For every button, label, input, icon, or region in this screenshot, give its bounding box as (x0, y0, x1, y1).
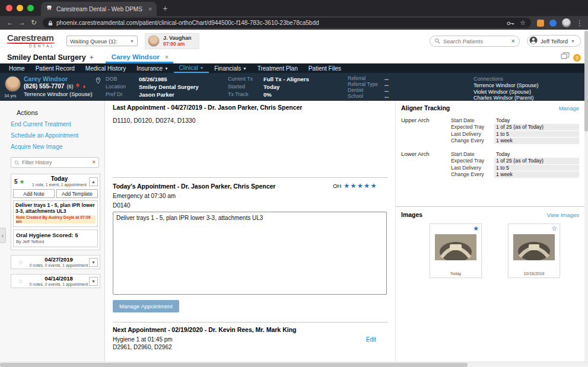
screen: Carestream Dental - Web DPMS × + ← → ↻ p… (0, 0, 588, 367)
connection-item[interactable]: Terrence Windsor (Spouse) (473, 82, 583, 89)
nav-patient-record[interactable]: Patient Record (30, 63, 80, 73)
bell-icon[interactable] (75, 83, 80, 91)
patient-demographics: DOB Location Pref Dr. 08/26/1985 Smiley … (106, 75, 228, 98)
history-row-2019[interactable]: ☆ 04/27/2019 0 notes, 0 events, 1 appoin… (11, 255, 100, 269)
dentist-value: ... (384, 87, 389, 93)
aligner-row-value: 1 of 25 (as of Today) (494, 158, 579, 164)
alert-count: (6) (66, 84, 73, 90)
bookmark-star-icon[interactable]: ☆ (520, 20, 526, 26)
user-menu[interactable]: Jeff Telford ▼ (527, 35, 581, 47)
practice-row: Smiley Dental Surgery + Carey Windsor × … (0, 52, 588, 63)
end-current-treatment-link[interactable]: End Current Treatment (11, 121, 104, 127)
browser-menu-icon[interactable]: ⋮ (576, 19, 583, 27)
favorite-star-icon[interactable]: ☆ (551, 225, 557, 232)
actions-heading: Actions (17, 109, 104, 116)
queue-patient-chip[interactable]: J. Vaughan 07:00 am (145, 33, 199, 49)
back-icon[interactable]: ← (5, 16, 15, 30)
cascade-windows-icon[interactable] (561, 51, 570, 62)
manage-appointment-button[interactable]: Manage Appointment (113, 300, 179, 312)
nav-patient-files[interactable]: Patient Files (303, 63, 347, 73)
add-note-button[interactable]: Add Note (13, 189, 55, 198)
favorite-star-icon[interactable]: ☆ (13, 278, 28, 285)
browser-profile-avatar[interactable] (562, 18, 571, 27)
address-bar[interactable]: phoenix.carestreamdental.com/patient/cli… (43, 18, 531, 28)
view-images-link[interactable]: View Images (547, 212, 579, 218)
connection-item[interactable]: Charles Windsor (Parent) (473, 95, 583, 101)
help-icon[interactable]: ? (573, 54, 581, 62)
patient-age: 34 yrs (4, 93, 16, 98)
aligner-row-value: Today (494, 151, 579, 158)
nav-treatment-plan[interactable]: Treatment Plan (252, 63, 303, 73)
forward-icon[interactable]: → (17, 16, 27, 30)
add-template-button[interactable]: Add Template (56, 189, 98, 198)
clear-filter-icon[interactable]: × (92, 159, 96, 165)
acquire-new-image-link[interactable]: Acquire New Image (11, 143, 104, 150)
browser-tab-bar: Carestream Dental - Web DPMS × + (0, 0, 588, 16)
tab-close-icon[interactable]: × (148, 5, 152, 12)
user-name: Jeff Telford (541, 38, 568, 44)
referral-type-label: Referral Type (348, 81, 384, 87)
image-thumbnail-card[interactable]: ☆ 10/16/2019 (508, 224, 560, 278)
nav-home[interactable]: Home (4, 63, 30, 73)
event-card[interactable]: Oral Hygiene Scored: 5 By Jeff Telford (13, 229, 98, 247)
favorite-star-icon[interactable]: ★ (473, 225, 479, 232)
collapse-sidebar-handle[interactable]: ‹ (0, 228, 6, 243)
nav-medical-history[interactable]: Medical History (80, 63, 131, 73)
location-pin-icon[interactable] (96, 76, 101, 87)
xray-thumbnail (513, 234, 555, 260)
collapse-group-button[interactable]: ▲ (89, 177, 98, 186)
filter-history-box[interactable]: × (11, 157, 99, 168)
favorite-star-icon[interactable]: ☆ (13, 259, 28, 266)
horizontal-scrollbar[interactable] (0, 362, 588, 367)
minimize-window-button[interactable] (17, 5, 23, 11)
location-value: Smiley Dental Surgery (139, 83, 199, 91)
patient-tab-carey-windsor[interactable]: Carey Windsor × (106, 53, 174, 63)
patient-identity: 34 yrs Carey Windsor (826) 555-7707 (6) … (4, 75, 106, 98)
note-card[interactable]: Deliver trays 1 - 5, plan IPR lower 3-3,… (13, 200, 98, 227)
tx-track-label: Tx Track (228, 91, 263, 98)
clear-search-icon[interactable]: × (511, 38, 515, 44)
browser-tab[interactable]: Carestream Dental - Web DPMS × (41, 2, 157, 16)
expand-group-button[interactable]: ▼ (89, 277, 98, 286)
close-window-button[interactable] (6, 5, 12, 11)
waiting-queue-select[interactable]: Waiting Queue (1): ▼ (66, 36, 138, 46)
edit-next-appointment-link[interactable]: Edit (366, 336, 376, 343)
history-date: 04/27/2019 (28, 257, 89, 263)
password-key-icon[interactable] (507, 18, 514, 28)
browser-url-bar: ← → ↻ phoenix.carestreamdental.com/patie… (0, 16, 588, 30)
connection-item[interactable]: Violet Windsor (Spouse) (473, 89, 583, 95)
filter-history-input[interactable] (22, 159, 90, 165)
appointment-note-textarea[interactable]: Deliver trays 1 - 5, plan IPR lower 3-3,… (113, 212, 387, 295)
extension-icon-blue[interactable] (549, 20, 557, 27)
extension-icon-orange[interactable] (537, 20, 544, 27)
reload-icon[interactable]: ↻ (28, 16, 39, 30)
search-patients-input[interactable] (443, 38, 508, 44)
images-title: Images (401, 211, 422, 218)
add-tab-button[interactable]: + (90, 53, 94, 63)
history-row-2018[interactable]: ☆ 04/14/2018 0 notes, 0 events, 1 appoin… (11, 274, 100, 288)
vertical-scrollbar[interactable] (584, 30, 588, 367)
image-thumbnail-card[interactable]: ★ Today (430, 224, 482, 278)
oh-rating-stars[interactable]: ★★★★★ (344, 182, 377, 190)
zoom-window-button[interactable] (27, 5, 34, 11)
patient-name[interactable]: Carey Windsor (24, 75, 106, 83)
expand-group-button[interactable]: ▼ (89, 258, 98, 267)
nav-financials[interactable]: Financials▼ (209, 63, 252, 73)
manage-aligner-link[interactable]: Manage (559, 105, 579, 111)
nav-insurance[interactable]: Insurance▼ (131, 63, 173, 73)
new-tab-button[interactable]: + (163, 4, 167, 13)
aligner-row-value: 1 to 5 (494, 165, 579, 171)
dob-label: DOB (106, 75, 139, 83)
close-patient-tab-icon[interactable]: × (165, 53, 169, 60)
history-group-header[interactable]: 5 ★ Today 1 note, 1 event, 1 appointment… (11, 174, 100, 189)
search-patients-box[interactable]: × (430, 36, 520, 47)
image-caption: 10/16/2019 (508, 272, 560, 276)
chevron-down-icon: ▼ (200, 66, 204, 70)
horizontal-scrollbar-thumb[interactable] (0, 363, 468, 367)
nav-clinical[interactable]: Clinical▼ (174, 63, 209, 73)
window-controls (6, 5, 34, 11)
lower-arch-label: Lower Arch (401, 151, 451, 178)
vertical-scrollbar-thumb[interactable] (584, 31, 588, 132)
schedule-appointment-link[interactable]: Schedule an Appointment (11, 132, 104, 139)
patient-avatar[interactable] (5, 76, 21, 92)
